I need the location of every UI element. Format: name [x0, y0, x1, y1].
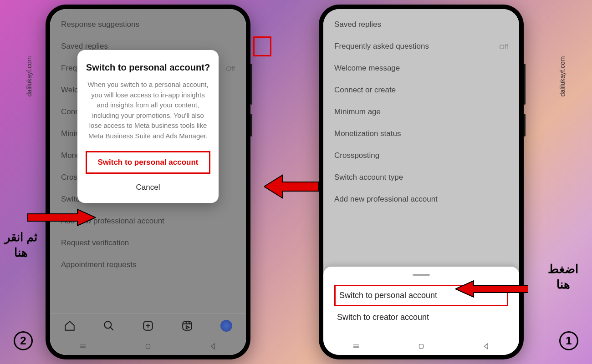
- setting-connect[interactable]: Connect or create: [334, 79, 508, 101]
- recent-apps-icon[interactable]: [352, 342, 360, 350]
- switch-creator-option[interactable]: Switch to creator account: [334, 306, 508, 329]
- settings-list: Saved replies Frequently asked questions…: [323, 9, 519, 210]
- volume-button: [524, 64, 526, 105]
- power-button: [524, 114, 526, 136]
- setting-welcome[interactable]: Welcome message: [334, 57, 508, 79]
- settings-page: Saved replies Frequently asked questions…: [323, 9, 519, 355]
- dialog-cancel-button[interactable]: Cancel: [86, 178, 210, 197]
- setting-saved-replies[interactable]: Saved replies: [334, 14, 508, 35]
- tutorial-background: dalilukayf.com dalilukayf.com Saved repl…: [0, 0, 592, 364]
- pointer-arrow-step2-icon: [27, 208, 96, 227]
- switch-confirm-dialog: Switch to personal account? When you swi…: [77, 50, 219, 203]
- dialog-title: Switch to personal account?: [86, 62, 210, 73]
- bottom-sheet: Switch to personal account Switch to cre…: [323, 267, 519, 338]
- setting-faq[interactable]: Frequently asked questionsOff: [334, 35, 508, 57]
- annotation-step2: ثم انقر هنا: [5, 230, 37, 261]
- android-nav-bar: [323, 338, 519, 355]
- phone-screen: Response suggestions Saved replies Frequ…: [50, 9, 246, 355]
- dialog-overlay[interactable]: Switch to personal account? When you swi…: [50, 9, 246, 355]
- phone-screen: Saved replies Frequently asked questions…: [323, 9, 519, 355]
- setting-min-age[interactable]: Minimum age: [334, 101, 508, 123]
- dialog-body: When you switch to a personal account, y…: [86, 80, 210, 141]
- setting-crossposting[interactable]: Crossposting: [334, 145, 508, 167]
- settings-page-dimmed: Response suggestions Saved replies Frequ…: [50, 9, 246, 355]
- phone-step-2: Response suggestions Saved replies Frequ…: [46, 5, 250, 359]
- setting-add-pro[interactable]: Add new professional account: [334, 188, 508, 210]
- sheet-handle[interactable]: [413, 274, 430, 276]
- power-button: [250, 114, 252, 136]
- highlight-decoration: [253, 36, 271, 56]
- svg-rect-3: [419, 344, 423, 349]
- back-icon[interactable]: [482, 342, 490, 350]
- pointer-arrow-step1-icon: [455, 280, 528, 298]
- dialog-confirm-button[interactable]: Switch to personal account: [86, 151, 210, 174]
- home-icon[interactable]: [417, 342, 425, 350]
- setting-monetization[interactable]: Monetization status: [334, 123, 508, 145]
- setting-switch-type[interactable]: Switch account type: [334, 167, 508, 188]
- step-badge-2: 2: [14, 331, 33, 350]
- volume-button: [250, 64, 252, 105]
- step-badge-1: 1: [559, 331, 578, 350]
- phone-step-1: Saved replies Frequently asked questions…: [319, 5, 524, 359]
- watermark-right: dalilukayf.com: [559, 56, 566, 97]
- flow-arrow-icon: [264, 173, 319, 200]
- annotation-step1: اضغط هنا: [548, 262, 578, 293]
- watermark-left: dalilukayf.com: [26, 56, 33, 97]
